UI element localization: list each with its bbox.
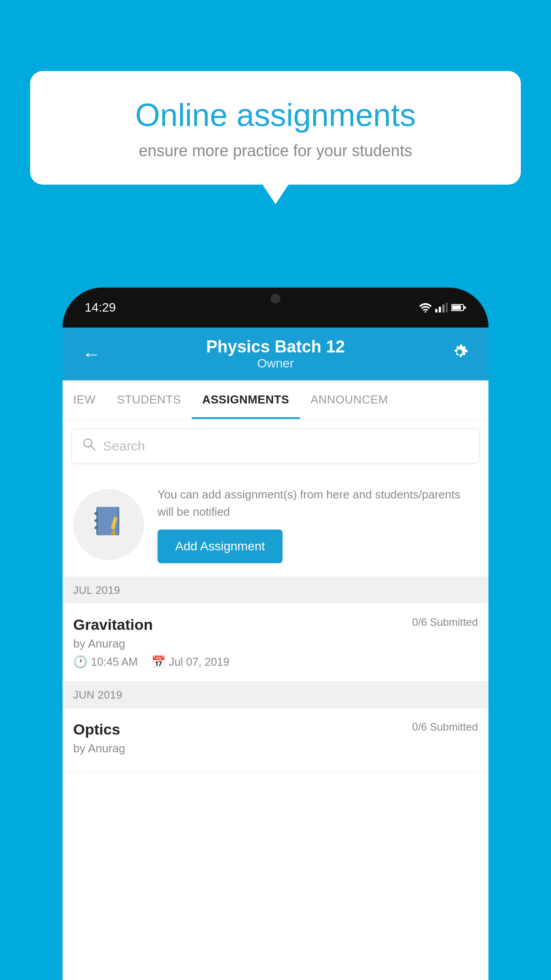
search-icon	[83, 438, 96, 454]
assignment-icon-circle	[73, 489, 144, 560]
notebook-icon	[91, 503, 126, 546]
tab-iew[interactable]: IEW	[63, 380, 106, 419]
svg-rect-1	[435, 309, 437, 312]
assignment-row1: Gravitation 0/6 Submitted	[73, 616, 478, 633]
calendar-icon: 📅	[151, 655, 165, 669]
assignment-row1-optics: Optics 0/6 Submitted	[73, 721, 478, 738]
signal-icon	[435, 303, 448, 312]
gear-icon	[450, 343, 469, 361]
search-placeholder: Search	[103, 439, 145, 454]
empty-content: You can add assignment(s) from here and …	[157, 486, 478, 563]
status-icons	[419, 303, 466, 312]
tab-students[interactable]: STUDENTS	[106, 380, 192, 419]
svg-rect-3	[442, 304, 445, 312]
empty-description: You can add assignment(s) from here and …	[157, 486, 478, 521]
svg-rect-7	[464, 306, 466, 309]
settings-button[interactable]	[447, 339, 472, 369]
batch-title: Physics Batch 12	[206, 337, 345, 356]
wifi-icon	[419, 303, 432, 312]
promo-title: Online assignments	[57, 98, 494, 133]
svg-rect-6	[452, 305, 461, 310]
empty-state: You can add assignment(s) from here and …	[63, 473, 488, 577]
phone-frame: 14:29	[63, 288, 488, 980]
clock-icon: 🕐	[73, 655, 87, 669]
assignment-title: Gravitation	[73, 616, 153, 633]
status-time: 14:29	[85, 300, 116, 315]
assignment-author-optics: by Anurag	[73, 742, 478, 755]
notch	[236, 288, 315, 310]
search-bar[interactable]: Search	[71, 428, 480, 464]
app-screen: ← Physics Batch 12 Owner IEW STUDENTS AS…	[63, 328, 488, 980]
assignment-time: 🕐 10:45 AM	[73, 655, 138, 669]
speech-bubble: Online assignments ensure more practice …	[30, 71, 521, 185]
svg-rect-2	[439, 307, 441, 312]
assignment-submitted: 0/6 Submitted	[412, 616, 478, 628]
camera	[271, 294, 280, 304]
batch-role: Owner	[206, 356, 345, 371]
svg-rect-4	[446, 303, 448, 312]
svg-line-9	[91, 446, 95, 450]
section-header-jul: JUL 2019	[63, 577, 488, 604]
promo-subtitle: ensure more practice for your students	[57, 142, 494, 160]
status-bar: 14:29	[63, 288, 488, 328]
tabs-bar: IEW STUDENTS ASSIGNMENTS ANNOUNCEM	[63, 380, 488, 419]
header-center: Physics Batch 12 Owner	[206, 337, 345, 371]
assignment-submitted-optics: 0/6 Submitted	[412, 721, 478, 733]
back-button[interactable]: ←	[79, 340, 104, 368]
svg-point-0	[425, 311, 426, 312]
assignment-title-optics: Optics	[73, 721, 120, 738]
content-area: Search	[63, 419, 488, 980]
assignment-item-optics[interactable]: Optics 0/6 Submitted by Anurag	[63, 708, 488, 773]
tab-announcements[interactable]: ANNOUNCEM	[300, 380, 399, 419]
assignment-meta: 🕐 10:45 AM 📅 Jul 07, 2019	[73, 655, 478, 669]
add-assignment-button[interactable]: Add Assignment	[157, 530, 283, 563]
tab-assignments[interactable]: ASSIGNMENTS	[192, 380, 300, 419]
svg-rect-13	[94, 519, 98, 522]
app-header: ← Physics Batch 12 Owner	[63, 328, 488, 380]
svg-rect-12	[94, 512, 98, 515]
assignment-item-gravitation[interactable]: Gravitation 0/6 Submitted by Anurag 🕐 10…	[63, 604, 488, 682]
promo-section: Online assignments ensure more practice …	[30, 71, 521, 185]
svg-rect-14	[94, 526, 98, 529]
section-header-jun: JUN 2019	[63, 682, 488, 708]
assignment-author: by Anurag	[73, 637, 478, 651]
battery-icon	[451, 304, 466, 312]
assignment-date: 📅 Jul 07, 2019	[151, 655, 229, 669]
